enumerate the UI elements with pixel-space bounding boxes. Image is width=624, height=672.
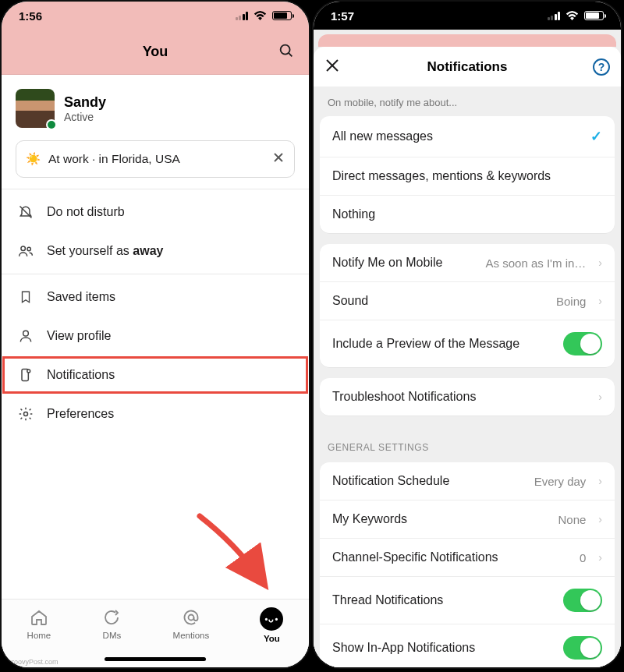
checkmark-icon: ✓ <box>590 128 602 145</box>
svg-point-9 <box>27 370 30 373</box>
menu-view-profile[interactable]: View profile <box>2 317 309 355</box>
chevron-right-icon: › <box>598 256 602 269</box>
search-icon[interactable] <box>278 42 295 62</box>
tab-bar: Home DMs Mentions •ᴗ• You <box>2 599 309 667</box>
tab-dms[interactable]: DMs <box>101 607 122 640</box>
row-label: Include a Preview of the Message <box>332 337 519 351</box>
row-sound[interactable]: Sound Boing› <box>320 281 615 320</box>
clear-status-icon[interactable] <box>272 151 285 167</box>
chevron-right-icon: › <box>598 513 602 525</box>
menu-saved[interactable]: Saved items <box>2 278 309 317</box>
row-inapp-notifications[interactable]: Show In-App Notifications <box>320 624 615 667</box>
notify-options-card: All new messages ✓ Direct messages, ment… <box>320 116 615 233</box>
notifications-sheet: Notifications ? On mobile, notify me abo… <box>314 47 621 667</box>
status-text: At work · in Florida, USA <box>48 152 180 166</box>
menu-notifications[interactable]: Notifications <box>2 355 309 394</box>
row-label: Notify Me on Mobile <box>332 256 442 270</box>
phone-bell-icon <box>17 366 34 384</box>
battery-icon <box>584 11 604 20</box>
row-label: Thread Notifications <box>332 593 443 607</box>
row-label: Troubleshoot Notifications <box>332 390 476 404</box>
menu-label: Preferences <box>47 407 114 421</box>
toggle-on-icon[interactable] <box>563 332 602 355</box>
row-keywords[interactable]: My Keywords None› <box>320 500 615 538</box>
row-label: Direct messages, mentions & keywords <box>332 169 551 183</box>
menu-label: Do not disturb <box>47 205 125 219</box>
phone-right: 1:57 Notifications ? On mobile, notify m… <box>312 0 622 669</box>
row-label: Nothing <box>332 207 375 221</box>
toggle-on-icon[interactable] <box>563 589 602 612</box>
toggle-on-icon[interactable] <box>563 636 602 660</box>
tab-label: DMs <box>103 631 122 640</box>
sun-icon: ☀️ <box>26 152 41 166</box>
status-icons <box>236 11 292 21</box>
chevron-right-icon: › <box>598 391 602 403</box>
mobile-settings-card: Notify Me on Mobile As soon as I'm in…› … <box>320 244 615 367</box>
row-value: Boing <box>556 295 586 308</box>
row-label: Notification Schedule <box>332 474 449 488</box>
status-icons <box>548 11 604 21</box>
general-settings-card: Notification Schedule Every day› My Keyw… <box>320 462 615 667</box>
option-dm-mentions[interactable]: Direct messages, mentions & keywords <box>320 157 615 195</box>
svg-point-6 <box>27 247 30 250</box>
profile-row[interactable]: Sandy Active <box>2 75 309 136</box>
cellular-icon <box>236 12 249 20</box>
svg-point-11 <box>188 615 193 621</box>
watermark: groovyPost.com <box>8 658 58 666</box>
wifi-icon <box>254 11 267 21</box>
phone-left: 1:56 You Sandy Active ☀️ <box>0 0 310 669</box>
chevron-right-icon: › <box>598 295 602 307</box>
help-icon[interactable]: ? <box>593 58 610 76</box>
close-icon[interactable] <box>324 58 340 76</box>
menu-dnd[interactable]: Do not disturb <box>2 193 309 232</box>
tab-label: You <box>264 634 280 643</box>
tab-home[interactable]: Home <box>27 607 51 640</box>
tab-label: Home <box>27 631 51 640</box>
option-nothing[interactable]: Nothing <box>320 195 615 233</box>
settings-body[interactable]: On mobile, notify me about... All new me… <box>314 87 621 667</box>
menu-preferences[interactable]: Preferences <box>2 394 309 433</box>
home-indicator <box>105 657 206 661</box>
row-troubleshoot[interactable]: Troubleshoot Notifications › <box>320 378 615 416</box>
battery-icon <box>272 11 292 20</box>
status-bar: 1:56 <box>2 2 309 30</box>
general-header: GENERAL SETTINGS <box>314 426 621 459</box>
row-label: Show In-App Notifications <box>332 641 475 655</box>
bell-off-icon <box>17 203 34 221</box>
row-schedule[interactable]: Notification Schedule Every day› <box>320 462 615 500</box>
row-thread-notifications[interactable]: Thread Notifications <box>320 576 615 624</box>
row-label: Sound <box>332 294 368 308</box>
menu-label: Notifications <box>47 368 115 382</box>
row-preview[interactable]: Include a Preview of the Message <box>320 320 615 367</box>
profile-name: Sandy <box>64 94 106 111</box>
background-peek <box>318 34 616 47</box>
row-value: Every day <box>534 475 587 488</box>
menu-away[interactable]: Set yourself as away <box>2 232 309 271</box>
profile-presence: Active <box>64 111 106 123</box>
sheet-title: Notifications <box>427 59 508 75</box>
row-value: 0 <box>580 551 586 564</box>
status-time: 1:57 <box>331 9 354 23</box>
menu-label: View profile <box>47 329 111 343</box>
bookmark-icon <box>17 288 34 306</box>
chevron-right-icon: › <box>598 551 602 564</box>
troubleshoot-card: Troubleshoot Notifications › <box>320 378 615 416</box>
row-channel-specific[interactable]: Channel-Specific Notifications 0› <box>320 538 615 576</box>
gear-icon <box>17 405 34 423</box>
tab-mentions[interactable]: Mentions <box>173 607 210 640</box>
svg-line-1 <box>289 52 292 55</box>
row-notify-mobile[interactable]: Notify Me on Mobile As soon as I'm in…› <box>320 244 615 281</box>
row-label: Channel-Specific Notifications <box>332 550 498 564</box>
svg-point-5 <box>21 246 25 251</box>
tab-label: Mentions <box>173 631 210 640</box>
tab-you[interactable]: •ᴗ• You <box>260 607 283 643</box>
header: You <box>2 30 309 75</box>
status-card[interactable]: ☀️ At work · in Florida, USA <box>16 140 295 178</box>
status-time: 1:56 <box>19 9 42 23</box>
svg-point-10 <box>24 412 28 416</box>
svg-point-7 <box>23 331 29 336</box>
section-hint: On mobile, notify me about... <box>314 87 621 113</box>
presence-dot-icon <box>46 119 57 130</box>
option-all-messages[interactable]: All new messages ✓ <box>320 116 615 157</box>
dm-icon <box>101 607 122 628</box>
